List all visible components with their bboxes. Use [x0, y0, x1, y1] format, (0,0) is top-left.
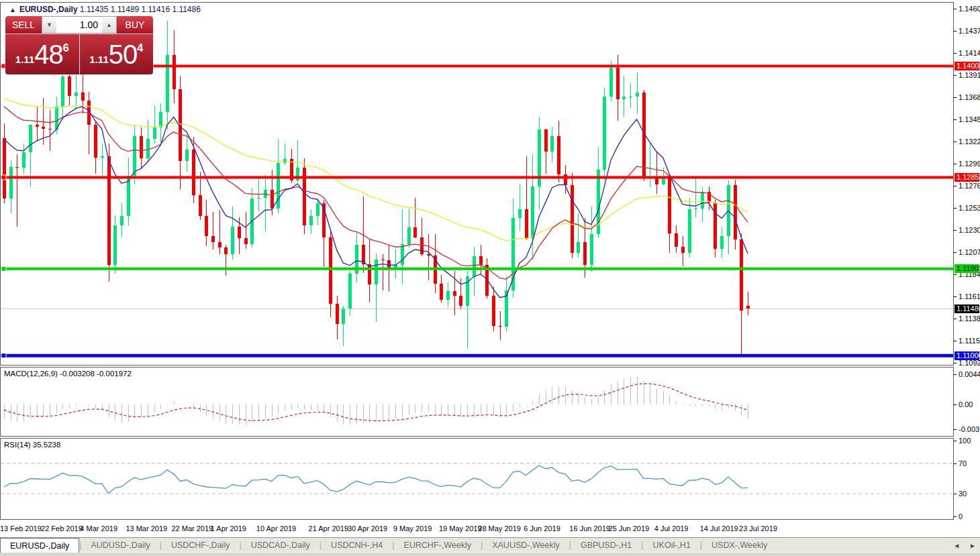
chart-tab-usdcad-daily[interactable]: USDCAD-,Daily [242, 538, 320, 553]
candle-body [185, 150, 189, 161]
candle-body [714, 203, 717, 249]
macd-name: MACD(12,26,9) [4, 370, 58, 378]
ohlc-readout: 1.11435 1.11489 1.11416 1.11486 [80, 5, 201, 14]
candle-body [257, 198, 260, 199]
candle-body [701, 192, 704, 208]
volume-input[interactable] [56, 17, 102, 33]
date-tick-label: 9 May 2019 [393, 524, 432, 533]
candle-body [101, 156, 104, 157]
chart-tab-gbpusd-h1[interactable]: GBPUSD-,H1 [571, 538, 641, 553]
ask-price-tile[interactable]: 1.11504 [80, 34, 154, 74]
candle-body [407, 227, 411, 243]
date-axis[interactable]: 13 Feb 201922 Feb 20194 Mar 201913 Mar 2… [0, 521, 954, 537]
bid-price-big: 48 [34, 40, 63, 70]
axis-tick [954, 296, 957, 297]
candle-body [9, 167, 13, 199]
chart-tab-usdx-weekly[interactable]: USDX-,Weekly [702, 538, 777, 553]
candle-body [75, 93, 78, 95]
axis-tick [954, 142, 957, 142]
rsi-value: 35.5238 [33, 441, 61, 449]
price-tick-label: 1.14605 [959, 5, 980, 13]
candle-body [231, 227, 234, 255]
date-tick-label: 16 Jun 2019 [569, 524, 610, 533]
candle-body [557, 136, 560, 174]
macd-label: MACD(12,26,9) -0.003208 -0.001972 [4, 370, 132, 378]
candle-body [375, 260, 378, 284]
date-tick-label: 1 Apr 2019 [211, 524, 246, 533]
candle-body [218, 242, 222, 248]
candle-body [662, 178, 665, 184]
chart-tab-usdchf-daily[interactable]: USDCHF-,Daily [162, 538, 240, 553]
chart-tab-usdcnh-h4[interactable]: USDCNH-,H4 [322, 538, 392, 553]
axis-tick [954, 230, 957, 231]
rsi-name: RSI(14) [4, 441, 31, 449]
volume-decrease-button[interactable]: ▼ [42, 17, 56, 33]
price-tick-label: 1.12075 [959, 248, 980, 256]
candle-body [153, 127, 156, 139]
candle-body [479, 256, 483, 265]
axis-tick [954, 97, 957, 98]
candle-body [316, 203, 320, 216]
candle-body [211, 236, 215, 242]
date-tick-label: 4 Jul 2019 [654, 524, 689, 533]
candle-body [622, 97, 626, 99]
candle-body [61, 76, 64, 106]
candle-body [336, 304, 339, 324]
bid-price-pip: 6 [63, 42, 69, 54]
tab-scroll-right-icon[interactable]: ► [969, 542, 976, 549]
macd-canvas [1, 368, 953, 436]
chart-tab-ukoil-h1[interactable]: UKOil-,H1 [644, 538, 700, 553]
chart-tab-eurusd-daily[interactable]: EURUSD-,Daily [0, 538, 79, 553]
candle-body [550, 136, 554, 152]
volume-increase-button[interactable]: ▲ [102, 17, 116, 33]
level-price-badge: 1.12851 [954, 173, 979, 182]
date-tick-label: 22 Mar 2019 [171, 524, 213, 533]
candle-body [609, 68, 613, 97]
axis-tick [954, 208, 957, 209]
price-tick-label: 1.12995 [959, 160, 980, 168]
chart-tab-audusd-daily[interactable]: AUDUSD-,Daily [81, 538, 159, 553]
date-tick-label: 28 May 2019 [478, 524, 521, 533]
candle-body [446, 291, 450, 300]
candle-body [636, 93, 639, 97]
rsi-tick-label: 70 [959, 459, 967, 467]
line-drag-handle[interactable] [1, 266, 6, 271]
candle-body [499, 326, 502, 327]
price-axis[interactable]: 1.146051.143751.141451.139151.136851.134… [954, 0, 980, 520]
rsi-panel[interactable]: RSI(14) 35.5238 [0, 438, 954, 520]
macd-panel[interactable]: MACD(12,26,9) -0.003208 -0.001972 [0, 367, 954, 437]
axis-tick [954, 274, 957, 275]
candle-body [440, 284, 443, 300]
axis-tick [954, 441, 957, 441]
price-tick-label: 1.14375 [959, 27, 980, 35]
rsi-tick-label: 0 [959, 512, 963, 520]
date-tick-label: 14 Jul 2019 [700, 524, 738, 533]
candle-body [590, 234, 593, 265]
ask-price-prefix: 1.11 [89, 54, 108, 65]
macd-values: -0.003208 -0.001972 [60, 370, 132, 378]
panel-splitter[interactable] [0, 436, 954, 439]
candle-body [531, 186, 534, 238]
chart-tab-eurchf-weekly[interactable]: EURCHF-,Weekly [394, 538, 480, 553]
buy-button[interactable]: BUY [117, 16, 153, 34]
macd-tick-label: 0.00 [959, 400, 973, 408]
bid-price-tile[interactable]: 1.11486 [5, 34, 80, 74]
candle-body [140, 136, 143, 158]
candle-body [577, 242, 580, 253]
line-drag-handle[interactable] [1, 175, 6, 180]
candle-body [224, 247, 228, 254]
status-strip [0, 552, 980, 556]
panel-splitter[interactable] [0, 365, 954, 368]
chart-title: ▲EURUSD-,Daily 1.11435 1.11489 1.11416 1… [9, 5, 201, 14]
price-tick-label: 1.11615 [959, 292, 980, 300]
tab-scroll-left-icon[interactable]: ◄ [953, 542, 960, 549]
price-tick-label: 1.12765 [959, 182, 980, 190]
candle-body [244, 238, 248, 244]
axis-tick [954, 404, 957, 405]
line-drag-handle[interactable] [1, 353, 6, 358]
sell-button[interactable]: SELL [5, 16, 42, 34]
chart-tab-xauusd-weekly[interactable]: XAUUSD-,Weekly [483, 538, 569, 553]
price-tick-label: 1.13915 [959, 71, 980, 79]
candle-body [492, 296, 495, 325]
chart-tab-bar: EURUSD-,Daily|AUDUSD-,Daily|USDCHF-,Dail… [0, 537, 980, 553]
